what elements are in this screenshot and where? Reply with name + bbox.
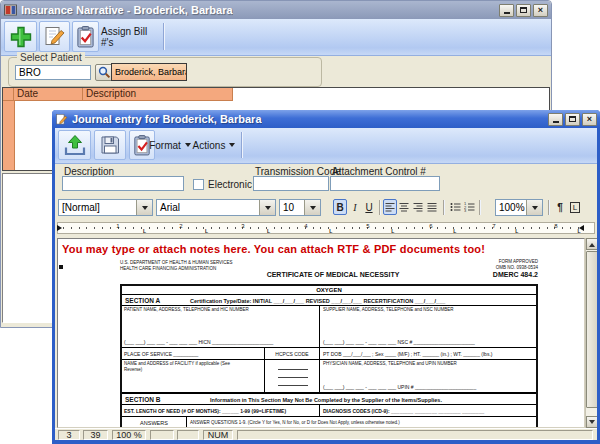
cmn-facility-label: NAME and ADDRESS of FACILITY if applicab…	[124, 361, 244, 372]
bullet-list-button[interactable]	[448, 199, 462, 215]
page-layout-button[interactable]: L	[568, 199, 582, 215]
format-separator	[379, 200, 381, 215]
pilcrow-icon: ¶	[557, 202, 563, 213]
row-selector-header	[3, 88, 14, 101]
assign-check-button[interactable]	[72, 21, 99, 52]
actions-menu-button[interactable]: Actions	[193, 133, 235, 157]
screen: Insurance Narrative - Broderick, Barbara…	[0, 0, 600, 444]
scrollbar-thumb[interactable]	[586, 251, 597, 408]
import-button[interactable]	[58, 130, 91, 160]
transmission-code-input[interactable]	[253, 176, 329, 191]
svg-text:3: 3	[464, 208, 467, 212]
arrow-down-icon	[589, 420, 595, 427]
dropdown-button[interactable]	[526, 200, 542, 215]
scroll-down-button[interactable]	[586, 416, 597, 428]
cmn-answers-text-cell: ANSWER QUESTIONS 1-9. (Circle Y for Yes,…	[187, 417, 536, 428]
cmn-est-row: EST. LENGTH OF NEED (# OF MONTHS): _____…	[122, 405, 536, 417]
editor-scrollbar[interactable]	[585, 238, 597, 428]
status-cell-zoom: 100 %	[112, 430, 146, 440]
cmn-section-b-row: SECTION B Information in This Section Ma…	[122, 393, 536, 405]
add-icon	[9, 25, 33, 49]
cmn-facility-cell: NAME and ADDRESS of FACILITY if applicab…	[122, 360, 265, 392]
cmn-pt-line: PT DOB ___/___/___ ; Sex ____ (M/F) ; HT…	[323, 351, 492, 357]
cmn-cert-line: Certification Type/Date: INITIAL ___/___…	[190, 298, 445, 305]
close-icon: ×	[587, 115, 592, 124]
attachment-control-input[interactable]	[330, 176, 440, 191]
format-menu-label: Format	[149, 140, 181, 151]
close-button[interactable]: ×	[582, 113, 597, 126]
justify-button[interactable]	[425, 199, 439, 215]
maximize-button[interactable]	[565, 113, 580, 126]
minimize-icon	[553, 121, 559, 123]
format-menu-button[interactable]: Format	[150, 133, 190, 157]
format-separator	[548, 200, 550, 215]
chevron-down-icon	[532, 206, 538, 213]
dropdown-button[interactable]	[304, 200, 320, 215]
clipboard-check-icon	[76, 25, 95, 49]
hcpcs-blank-line	[278, 385, 308, 386]
cmn-agency-line-2: HEALTH CARE FINANCING ADMINISTRATION	[120, 266, 216, 272]
dropdown-button[interactable]	[136, 200, 152, 215]
description-input[interactable]	[62, 176, 184, 191]
numbered-list-icon: 123	[464, 202, 475, 212]
cmn-category: OXYGEN	[316, 287, 342, 293]
zoom-combo[interactable]: 100%	[495, 199, 543, 216]
cmn-answers-label-cell: ANSWERS	[122, 417, 187, 428]
underline-button[interactable]: U	[362, 199, 376, 215]
numbered-list-button[interactable]: 123	[462, 199, 476, 215]
minimize-button[interactable]	[499, 4, 514, 17]
scroll-up-button[interactable]	[586, 238, 597, 250]
align-left-icon	[385, 202, 395, 212]
left-indent-marker[interactable]	[57, 225, 62, 231]
journal-entry-titlebar[interactable]: Journal entry for Broderick, Barbara ×	[52, 110, 600, 128]
edit-narrative-button[interactable]	[39, 21, 70, 52]
italic-button[interactable]: I	[348, 199, 362, 215]
assign-bill-numbers-button[interactable]: Assign Bill #'s	[101, 21, 157, 52]
import-arrow-icon	[63, 134, 87, 157]
new-narrative-button[interactable]	[4, 21, 37, 52]
patient-search-input[interactable]	[15, 65, 91, 80]
cmn-title: CERTIFICATE OF MEDICAL NECESSITY	[218, 271, 448, 280]
show-paragraph-marks-button[interactable]: ¶	[553, 199, 567, 215]
cmn-form-approved: FORM APPROVED	[441, 259, 538, 265]
align-left-button[interactable]	[383, 199, 397, 215]
search-icon	[98, 66, 111, 79]
toolbar-separator	[163, 23, 165, 50]
minimize-button[interactable]	[548, 113, 563, 126]
cmn-section-b-label: SECTION B	[125, 396, 160, 404]
bold-button[interactable]: B	[333, 199, 347, 215]
maximize-button[interactable]	[516, 4, 531, 17]
close-button[interactable]: ×	[533, 4, 548, 17]
format-separator	[443, 200, 445, 215]
editor-note-text: You may type or attach notes here. You c…	[62, 243, 485, 255]
font-family-combo[interactable]: Arial	[156, 199, 276, 216]
cmn-supplier-cell: SUPPLIER NAME, ADDRESS, TELEPHONE and NS…	[320, 306, 536, 347]
selected-patient-chip[interactable]: Broderick, Barbara	[111, 63, 187, 81]
right-indent-marker[interactable]	[579, 225, 584, 231]
cmn-names-row: PATIENT NAME, ADDRESS, TELEPHONE and HIC…	[122, 306, 536, 348]
rich-text-editor[interactable]: You may type or attach notes here. You c…	[57, 238, 585, 428]
electronic-checkbox[interactable]	[193, 179, 204, 190]
paragraph-style-value: [Normal]	[62, 202, 100, 213]
column-header-description[interactable]: Description	[83, 88, 233, 101]
font-family-value: Arial	[160, 202, 180, 213]
align-right-button[interactable]	[411, 199, 425, 215]
save-button[interactable]	[94, 130, 126, 160]
cmn-physician-label: PHYSICIAN NAME, ADDRESS, TELEPHONE and U…	[323, 361, 457, 367]
cmn-hcpcs-label: HCPCS CODE	[265, 351, 319, 357]
hcpcs-blank-line	[278, 369, 308, 370]
journal-entry-window: Journal entry for Broderick, Barbara ×	[52, 110, 600, 444]
toolbar-separator	[241, 132, 243, 158]
paragraph-style-combo[interactable]: [Normal]	[58, 199, 153, 216]
justify-icon	[427, 202, 437, 212]
cmn-nsc-line: (___ ___) ___ ___ - ___ ___ ___ NSC # __…	[323, 339, 475, 345]
status-cell-empty	[177, 430, 199, 440]
column-header-date[interactable]: Date	[14, 88, 83, 101]
save-floppy-icon	[99, 134, 121, 156]
cmn-est-line: EST. LENGTH OF NEED (# OF MONTHS): _____…	[124, 408, 286, 414]
dropdown-button[interactable]	[259, 200, 275, 215]
cmn-dx-line: DIAGNOSIS CODES (ICD-9): ________ ______…	[323, 408, 484, 414]
align-center-button[interactable]	[397, 199, 411, 215]
font-size-combo[interactable]: 10	[279, 199, 321, 216]
insurance-narrative-titlebar[interactable]: Insurance Narrative - Broderick, Barbara…	[1, 1, 551, 19]
